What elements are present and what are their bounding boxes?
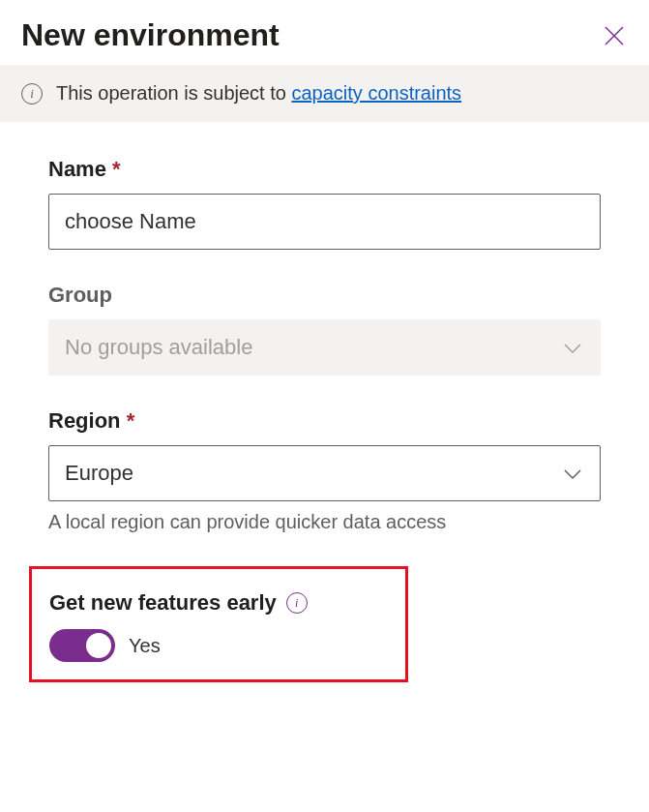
info-banner: i This operation is subject to capacity … xyxy=(0,65,649,122)
early-features-toggle[interactable] xyxy=(49,629,115,662)
required-mark: * xyxy=(112,157,121,181)
close-icon xyxy=(604,25,625,46)
chevron-down-icon xyxy=(563,461,582,486)
form-body: Name * Group No groups available Region … xyxy=(0,122,649,702)
group-field: Group No groups available xyxy=(48,283,601,376)
chevron-down-icon xyxy=(563,335,582,360)
panel-header: New environment xyxy=(0,0,649,65)
region-select[interactable]: Europe xyxy=(48,445,601,501)
info-icon[interactable]: i xyxy=(286,592,308,614)
info-banner-text: This operation is subject to capacity co… xyxy=(56,82,461,105)
name-input[interactable] xyxy=(48,194,601,250)
info-text-prefix: This operation is subject to xyxy=(56,82,286,104)
toggle-knob xyxy=(86,633,111,658)
region-field: Region * Europe A local region can provi… xyxy=(48,408,601,533)
region-helper-text: A local region can provide quicker data … xyxy=(48,511,601,533)
name-field: Name * xyxy=(48,157,601,250)
close-button[interactable] xyxy=(601,22,628,49)
region-select-value: Europe xyxy=(65,461,133,486)
panel-title: New environment xyxy=(21,17,280,53)
required-mark: * xyxy=(127,408,135,433)
region-label-text: Region xyxy=(48,408,121,433)
info-icon: i xyxy=(21,83,43,105)
name-label: Name * xyxy=(48,157,601,182)
capacity-constraints-link[interactable]: capacity constraints xyxy=(291,82,461,104)
group-label: Group xyxy=(48,283,601,308)
early-features-toggle-row: Yes xyxy=(49,629,388,662)
early-features-highlight: Get new features early i Yes xyxy=(29,566,408,682)
early-features-label-row: Get new features early i xyxy=(49,590,388,616)
group-select: No groups available xyxy=(48,319,601,376)
group-select-placeholder: No groups available xyxy=(65,335,252,360)
name-label-text: Name xyxy=(48,157,106,181)
early-features-value: Yes xyxy=(129,635,161,657)
region-label: Region * xyxy=(48,408,601,434)
early-features-label: Get new features early xyxy=(49,590,277,616)
